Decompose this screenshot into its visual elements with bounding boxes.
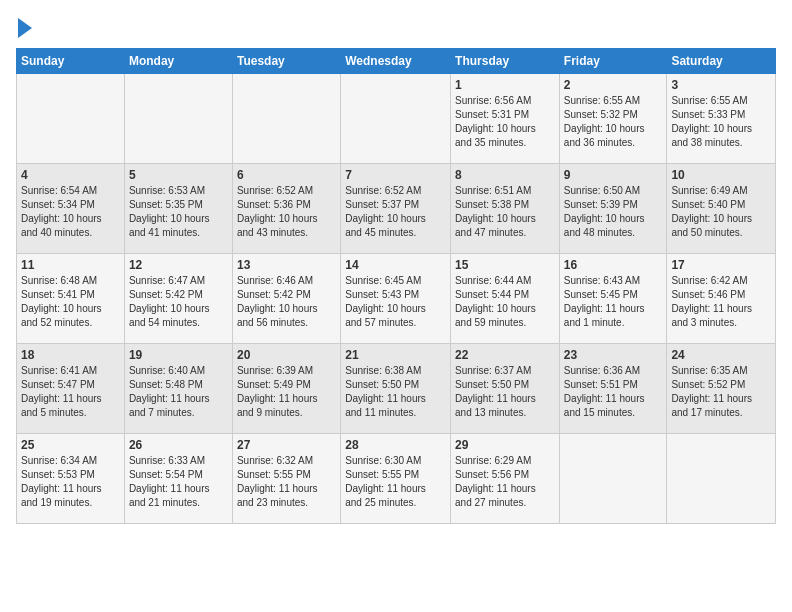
day-info: Sunrise: 6:29 AM Sunset: 5:56 PM Dayligh… — [455, 454, 555, 510]
calendar-cell: 28Sunrise: 6:30 AM Sunset: 5:55 PM Dayli… — [341, 434, 451, 524]
day-info: Sunrise: 6:42 AM Sunset: 5:46 PM Dayligh… — [671, 274, 771, 330]
calendar-cell: 2Sunrise: 6:55 AM Sunset: 5:32 PM Daylig… — [559, 74, 667, 164]
calendar-cell: 21Sunrise: 6:38 AM Sunset: 5:50 PM Dayli… — [341, 344, 451, 434]
day-info: Sunrise: 6:35 AM Sunset: 5:52 PM Dayligh… — [671, 364, 771, 420]
header-cell-tuesday: Tuesday — [232, 49, 340, 74]
header-cell-monday: Monday — [124, 49, 232, 74]
calendar-cell: 3Sunrise: 6:55 AM Sunset: 5:33 PM Daylig… — [667, 74, 776, 164]
logo-arrow-icon — [18, 18, 32, 38]
calendar-cell: 27Sunrise: 6:32 AM Sunset: 5:55 PM Dayli… — [232, 434, 340, 524]
calendar-cell — [559, 434, 667, 524]
calendar-cell — [341, 74, 451, 164]
calendar-cell: 18Sunrise: 6:41 AM Sunset: 5:47 PM Dayli… — [17, 344, 125, 434]
calendar-cell — [232, 74, 340, 164]
calendar-cell: 12Sunrise: 6:47 AM Sunset: 5:42 PM Dayli… — [124, 254, 232, 344]
day-number: 25 — [21, 438, 120, 452]
calendar-cell: 6Sunrise: 6:52 AM Sunset: 5:36 PM Daylig… — [232, 164, 340, 254]
day-info: Sunrise: 6:47 AM Sunset: 5:42 PM Dayligh… — [129, 274, 228, 330]
day-number: 16 — [564, 258, 663, 272]
header-cell-sunday: Sunday — [17, 49, 125, 74]
day-info: Sunrise: 6:49 AM Sunset: 5:40 PM Dayligh… — [671, 184, 771, 240]
calendar-cell: 24Sunrise: 6:35 AM Sunset: 5:52 PM Dayli… — [667, 344, 776, 434]
day-info: Sunrise: 6:46 AM Sunset: 5:42 PM Dayligh… — [237, 274, 336, 330]
calendar-header: SundayMondayTuesdayWednesdayThursdayFrid… — [17, 49, 776, 74]
day-info: Sunrise: 6:36 AM Sunset: 5:51 PM Dayligh… — [564, 364, 663, 420]
calendar-week-row: 1Sunrise: 6:56 AM Sunset: 5:31 PM Daylig… — [17, 74, 776, 164]
calendar-cell — [124, 74, 232, 164]
day-info: Sunrise: 6:40 AM Sunset: 5:48 PM Dayligh… — [129, 364, 228, 420]
calendar-week-row: 11Sunrise: 6:48 AM Sunset: 5:41 PM Dayli… — [17, 254, 776, 344]
day-number: 27 — [237, 438, 336, 452]
header-cell-saturday: Saturday — [667, 49, 776, 74]
day-info: Sunrise: 6:54 AM Sunset: 5:34 PM Dayligh… — [21, 184, 120, 240]
day-info: Sunrise: 6:37 AM Sunset: 5:50 PM Dayligh… — [455, 364, 555, 420]
day-number: 5 — [129, 168, 228, 182]
day-number: 8 — [455, 168, 555, 182]
calendar-cell: 14Sunrise: 6:45 AM Sunset: 5:43 PM Dayli… — [341, 254, 451, 344]
day-number: 12 — [129, 258, 228, 272]
day-number: 6 — [237, 168, 336, 182]
day-number: 13 — [237, 258, 336, 272]
calendar-body: 1Sunrise: 6:56 AM Sunset: 5:31 PM Daylig… — [17, 74, 776, 524]
calendar-week-row: 4Sunrise: 6:54 AM Sunset: 5:34 PM Daylig… — [17, 164, 776, 254]
day-info: Sunrise: 6:44 AM Sunset: 5:44 PM Dayligh… — [455, 274, 555, 330]
day-number: 9 — [564, 168, 663, 182]
calendar-week-row: 25Sunrise: 6:34 AM Sunset: 5:53 PM Dayli… — [17, 434, 776, 524]
header-row: SundayMondayTuesdayWednesdayThursdayFrid… — [17, 49, 776, 74]
calendar-cell: 15Sunrise: 6:44 AM Sunset: 5:44 PM Dayli… — [451, 254, 560, 344]
day-number: 20 — [237, 348, 336, 362]
header-cell-thursday: Thursday — [451, 49, 560, 74]
calendar-cell: 9Sunrise: 6:50 AM Sunset: 5:39 PM Daylig… — [559, 164, 667, 254]
calendar-cell: 13Sunrise: 6:46 AM Sunset: 5:42 PM Dayli… — [232, 254, 340, 344]
day-number: 15 — [455, 258, 555, 272]
header-cell-wednesday: Wednesday — [341, 49, 451, 74]
day-number: 26 — [129, 438, 228, 452]
calendar-cell: 20Sunrise: 6:39 AM Sunset: 5:49 PM Dayli… — [232, 344, 340, 434]
day-number: 14 — [345, 258, 446, 272]
day-info: Sunrise: 6:41 AM Sunset: 5:47 PM Dayligh… — [21, 364, 120, 420]
day-number: 4 — [21, 168, 120, 182]
day-number: 18 — [21, 348, 120, 362]
calendar-cell: 11Sunrise: 6:48 AM Sunset: 5:41 PM Dayli… — [17, 254, 125, 344]
calendar-cell: 1Sunrise: 6:56 AM Sunset: 5:31 PM Daylig… — [451, 74, 560, 164]
day-info: Sunrise: 6:52 AM Sunset: 5:37 PM Dayligh… — [345, 184, 446, 240]
calendar-cell — [17, 74, 125, 164]
calendar-cell: 17Sunrise: 6:42 AM Sunset: 5:46 PM Dayli… — [667, 254, 776, 344]
logo — [16, 16, 32, 38]
day-number: 10 — [671, 168, 771, 182]
calendar-cell: 10Sunrise: 6:49 AM Sunset: 5:40 PM Dayli… — [667, 164, 776, 254]
day-number: 1 — [455, 78, 555, 92]
calendar-table: SundayMondayTuesdayWednesdayThursdayFrid… — [16, 48, 776, 524]
calendar-cell: 22Sunrise: 6:37 AM Sunset: 5:50 PM Dayli… — [451, 344, 560, 434]
calendar-cell — [667, 434, 776, 524]
day-number: 28 — [345, 438, 446, 452]
day-number: 22 — [455, 348, 555, 362]
day-number: 17 — [671, 258, 771, 272]
calendar-cell: 25Sunrise: 6:34 AM Sunset: 5:53 PM Dayli… — [17, 434, 125, 524]
day-number: 11 — [21, 258, 120, 272]
calendar-cell: 29Sunrise: 6:29 AM Sunset: 5:56 PM Dayli… — [451, 434, 560, 524]
day-number: 23 — [564, 348, 663, 362]
day-number: 24 — [671, 348, 771, 362]
header-cell-friday: Friday — [559, 49, 667, 74]
day-info: Sunrise: 6:34 AM Sunset: 5:53 PM Dayligh… — [21, 454, 120, 510]
page-header — [16, 16, 776, 38]
day-number: 21 — [345, 348, 446, 362]
day-info: Sunrise: 6:45 AM Sunset: 5:43 PM Dayligh… — [345, 274, 446, 330]
day-info: Sunrise: 6:51 AM Sunset: 5:38 PM Dayligh… — [455, 184, 555, 240]
day-number: 29 — [455, 438, 555, 452]
calendar-cell: 5Sunrise: 6:53 AM Sunset: 5:35 PM Daylig… — [124, 164, 232, 254]
day-info: Sunrise: 6:33 AM Sunset: 5:54 PM Dayligh… — [129, 454, 228, 510]
day-info: Sunrise: 6:50 AM Sunset: 5:39 PM Dayligh… — [564, 184, 663, 240]
calendar-cell: 26Sunrise: 6:33 AM Sunset: 5:54 PM Dayli… — [124, 434, 232, 524]
day-info: Sunrise: 6:38 AM Sunset: 5:50 PM Dayligh… — [345, 364, 446, 420]
calendar-cell: 16Sunrise: 6:43 AM Sunset: 5:45 PM Dayli… — [559, 254, 667, 344]
day-info: Sunrise: 6:56 AM Sunset: 5:31 PM Dayligh… — [455, 94, 555, 150]
day-info: Sunrise: 6:53 AM Sunset: 5:35 PM Dayligh… — [129, 184, 228, 240]
day-info: Sunrise: 6:52 AM Sunset: 5:36 PM Dayligh… — [237, 184, 336, 240]
day-number: 3 — [671, 78, 771, 92]
day-info: Sunrise: 6:55 AM Sunset: 5:33 PM Dayligh… — [671, 94, 771, 150]
calendar-cell: 4Sunrise: 6:54 AM Sunset: 5:34 PM Daylig… — [17, 164, 125, 254]
day-info: Sunrise: 6:39 AM Sunset: 5:49 PM Dayligh… — [237, 364, 336, 420]
day-number: 7 — [345, 168, 446, 182]
